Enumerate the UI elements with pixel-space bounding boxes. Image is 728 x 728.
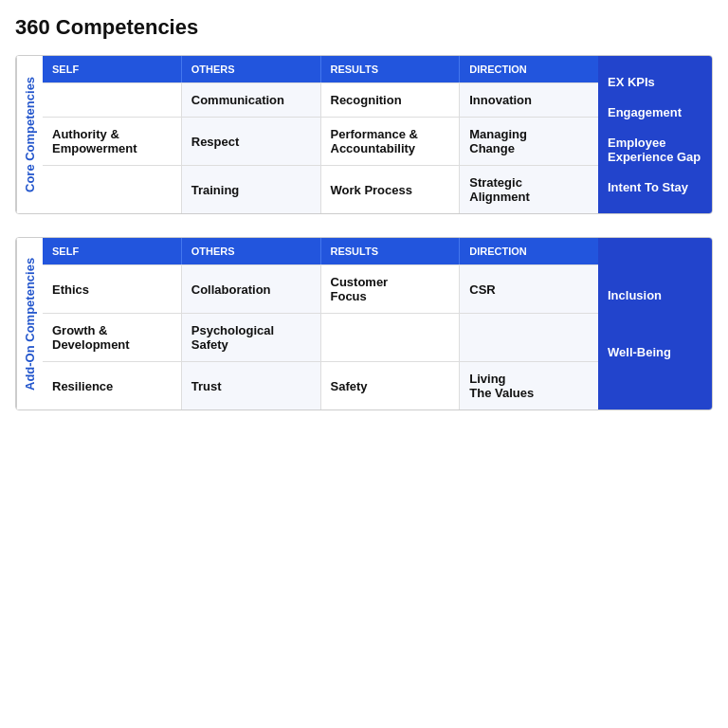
core-r3-self bbox=[43, 166, 182, 213]
core-grid: SELF OTHERS RESULTS DIRECTION Communicat… bbox=[43, 56, 598, 213]
addon-r1-self: Ethics bbox=[43, 265, 182, 313]
addon-r3-others: Trust bbox=[182, 362, 321, 410]
addon-body: Ethics Collaboration Customer Focus CSR … bbox=[43, 264, 598, 410]
addon-r3-direction: Living The Values bbox=[460, 362, 598, 410]
core-header-direction: DIRECTION bbox=[460, 56, 598, 82]
core-side-item-3: Intent To Stay bbox=[608, 176, 702, 198]
addon-vertical-label: Add-On Competencies bbox=[16, 238, 43, 410]
core-r2-self: Authority & Empowerment bbox=[43, 118, 182, 165]
addon-side-item-1: Well-Being bbox=[608, 341, 702, 363]
core-row-2: Authority & Empowerment Respect Performa… bbox=[43, 117, 598, 165]
core-vertical-label: Core Competencies bbox=[16, 56, 43, 213]
core-r1-others: Communication bbox=[182, 83, 321, 117]
addon-grid: SELF OTHERS RESULTS DIRECTION Ethics Col… bbox=[43, 238, 598, 410]
addon-r1-results: Customer Focus bbox=[321, 265, 461, 313]
core-side-panel: EX KPIs Engagement Employee Experience G… bbox=[598, 56, 712, 213]
core-row-3: Training Work Process Strategic Alignmen… bbox=[43, 165, 598, 213]
addon-header-direction: DIRECTION bbox=[460, 238, 598, 264]
core-r2-others: Respect bbox=[182, 118, 321, 165]
addon-section: Add-On Competencies SELF OTHERS RESULTS … bbox=[15, 237, 713, 410]
core-header-self: SELF bbox=[43, 56, 182, 82]
core-side-item-2: Employee Experience Gap bbox=[608, 132, 702, 168]
core-table: SELF OTHERS RESULTS DIRECTION Communicat… bbox=[43, 56, 712, 213]
core-header-row: SELF OTHERS RESULTS DIRECTION bbox=[43, 56, 598, 82]
addon-r3-self: Resilience bbox=[43, 362, 182, 410]
core-r3-direction: Strategic Alignment bbox=[460, 166, 598, 213]
core-side-item-1: Engagement bbox=[608, 101, 702, 123]
addon-r2-others: Psychological Safety bbox=[182, 314, 321, 361]
addon-table: SELF OTHERS RESULTS DIRECTION Ethics Col… bbox=[43, 238, 712, 410]
core-header-others: OTHERS bbox=[182, 56, 321, 82]
core-section: Core Competencies SELF OTHERS RESULTS DI… bbox=[15, 55, 713, 214]
addon-row-2: Growth & Development Psychological Safet… bbox=[43, 313, 598, 361]
core-row-1: Communication Recognition Innovation bbox=[43, 82, 598, 117]
core-r3-others: Training bbox=[182, 166, 321, 213]
addon-side-panel: Inclusion Well-Being bbox=[598, 238, 712, 410]
addon-r1-direction: CSR bbox=[460, 265, 598, 313]
addon-row-1: Ethics Collaboration Customer Focus CSR bbox=[43, 264, 598, 313]
addon-r2-results bbox=[321, 314, 461, 361]
core-r2-direction: Managing Change bbox=[460, 118, 598, 165]
core-r3-results: Work Process bbox=[321, 166, 461, 213]
page-title: 360 Competencies bbox=[15, 15, 713, 40]
addon-r2-self: Growth & Development bbox=[43, 314, 182, 361]
core-r1-results: Recognition bbox=[321, 83, 461, 117]
addon-r1-others: Collaboration bbox=[182, 265, 321, 313]
addon-header-results: RESULTS bbox=[321, 238, 461, 264]
addon-header-others: OTHERS bbox=[182, 238, 321, 264]
addon-header-self: SELF bbox=[43, 238, 182, 264]
addon-r2-direction bbox=[460, 314, 598, 361]
core-body: Communication Recognition Innovation Aut… bbox=[43, 82, 598, 213]
core-r1-direction: Innovation bbox=[460, 83, 598, 117]
core-r1-self bbox=[43, 83, 182, 117]
addon-row-3: Resilience Trust Safety Living The Value… bbox=[43, 361, 598, 410]
addon-side-item-0: Inclusion bbox=[608, 284, 702, 306]
addon-r3-results: Safety bbox=[321, 362, 461, 410]
core-r2-results: Performance & Accountability bbox=[321, 118, 461, 165]
core-side-item-0: EX KPIs bbox=[608, 71, 702, 93]
core-header-results: RESULTS bbox=[321, 56, 461, 82]
addon-header-row: SELF OTHERS RESULTS DIRECTION bbox=[43, 238, 598, 264]
